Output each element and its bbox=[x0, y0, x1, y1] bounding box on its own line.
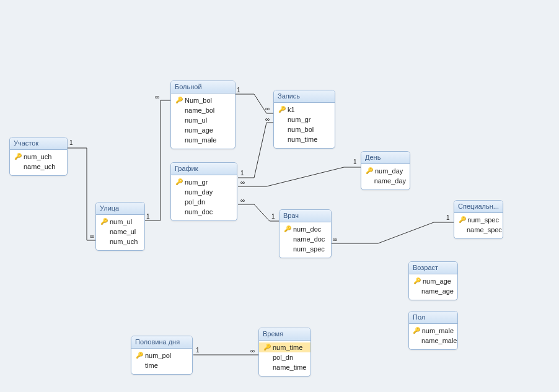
field-row[interactable]: 🔑num_day bbox=[361, 166, 410, 176]
table-special[interactable]: Специальн... 🔑num_spec 🔑name_spec bbox=[454, 200, 503, 239]
field-row[interactable]: 🔑pol_dn bbox=[171, 197, 237, 207]
field-row[interactable]: 🔑num_age bbox=[171, 125, 235, 135]
field-row[interactable]: 🔑num_uch bbox=[96, 237, 144, 246]
field-row[interactable]: 🔑num_doc bbox=[171, 207, 237, 217]
field-row[interactable]: 🔑Num_bol bbox=[171, 95, 235, 105]
field-row[interactable]: 🔑num_time bbox=[274, 134, 335, 144]
field-row[interactable]: 🔑num_day bbox=[171, 187, 237, 197]
field-name: num_spec bbox=[467, 216, 499, 224]
card-label: ∞ bbox=[333, 236, 337, 243]
table-vremya[interactable]: Время 🔑num_time 🔑pol_dn 🔑name_time bbox=[258, 328, 311, 377]
field-row[interactable]: 🔑num_ul bbox=[171, 115, 235, 125]
table-zapis[interactable]: Запись 🔑k1 🔑num_gr 🔑num_bol 🔑num_time bbox=[273, 90, 335, 149]
primary-key-icon: 🔑 bbox=[458, 216, 466, 224]
table-body: 🔑num_male 🔑name_male bbox=[409, 324, 457, 349]
field-name: num_bol bbox=[288, 125, 314, 134]
field-name: num_time bbox=[273, 343, 302, 352]
field-name: num_age bbox=[185, 126, 213, 134]
primary-key-icon: 🔑 bbox=[175, 178, 183, 186]
card-label: ∞ bbox=[250, 347, 255, 354]
primary-key-icon: 🔑 bbox=[14, 152, 22, 161]
field-row[interactable]: 🔑name_spec bbox=[454, 225, 503, 235]
field-row[interactable]: 🔑num_time bbox=[259, 342, 310, 352]
table-uchastok[interactable]: Участок 🔑num_uch 🔑name_uch bbox=[9, 137, 68, 176]
table-vrach[interactable]: Врач 🔑num_doc 🔑name_doc 🔑num_spec bbox=[279, 209, 332, 258]
field-row[interactable]: 🔑name_age bbox=[409, 286, 457, 296]
table-header: Запись bbox=[274, 90, 335, 103]
table-body: 🔑num_doc 🔑name_doc 🔑num_spec bbox=[280, 222, 331, 258]
table-header: Специальн... bbox=[454, 201, 503, 213]
field-name: num_gr bbox=[185, 178, 208, 186]
field-row[interactable]: 🔑num_gr bbox=[171, 177, 237, 187]
field-name: num_doc bbox=[293, 225, 321, 233]
field-row[interactable]: 🔑num_male bbox=[171, 135, 235, 145]
field-name: num_time bbox=[288, 135, 317, 144]
table-body: 🔑num_time 🔑pol_dn 🔑name_time bbox=[259, 341, 310, 376]
field-row[interactable]: 🔑num_bol bbox=[274, 124, 335, 134]
field-name: Num_bol bbox=[185, 96, 212, 105]
field-row[interactable]: 🔑k1 bbox=[274, 105, 335, 115]
card-label: ∞ bbox=[265, 105, 270, 112]
field-row[interactable]: 🔑num_uch bbox=[10, 152, 67, 162]
field-name: name_ul bbox=[110, 227, 136, 236]
field-name: num_uch bbox=[110, 237, 138, 246]
table-body: 🔑num_ul 🔑name_ul 🔑num_uch bbox=[96, 215, 144, 250]
field-row[interactable]: 🔑name_uch bbox=[10, 162, 67, 172]
table-bolnoy[interactable]: Больной 🔑Num_bol 🔑name_bol 🔑num_ul 🔑num_… bbox=[170, 81, 235, 149]
field-row[interactable]: 🔑time bbox=[131, 360, 192, 370]
table-pol[interactable]: Пол 🔑num_male 🔑name_male bbox=[408, 311, 458, 350]
card-label: 1 bbox=[446, 214, 450, 221]
table-body: 🔑num_pol 🔑time bbox=[131, 349, 192, 374]
table-body: 🔑Num_bol 🔑name_bol 🔑num_ul 🔑num_age 🔑num… bbox=[171, 94, 235, 149]
primary-key-icon: 🔑 bbox=[135, 351, 144, 360]
card-label: 1 bbox=[271, 213, 275, 220]
field-name: name_uch bbox=[24, 162, 55, 171]
table-body: 🔑num_age 🔑name_age bbox=[409, 274, 457, 300]
field-name: num_male bbox=[422, 326, 454, 335]
table-grafik[interactable]: График 🔑num_gr 🔑num_day 🔑pol_dn 🔑num_doc bbox=[170, 162, 237, 221]
field-name: num_spec bbox=[293, 245, 325, 253]
field-row[interactable]: 🔑num_male bbox=[409, 326, 457, 336]
field-row[interactable]: 🔑num_ul bbox=[96, 217, 144, 227]
field-name: name_day bbox=[374, 176, 406, 185]
field-row[interactable]: 🔑name_ul bbox=[96, 227, 144, 237]
field-name: name_doc bbox=[293, 235, 325, 243]
field-row[interactable]: 🔑pol_dn bbox=[259, 352, 310, 362]
field-row[interactable]: 🔑num_gr bbox=[274, 115, 335, 124]
field-row[interactable]: 🔑name_doc bbox=[280, 234, 331, 244]
field-name: num_doc bbox=[185, 207, 213, 216]
card-label: 1 bbox=[69, 139, 73, 146]
field-name: time bbox=[145, 361, 158, 370]
field-row[interactable]: 🔑num_spec bbox=[280, 244, 331, 254]
primary-key-icon: 🔑 bbox=[413, 277, 421, 285]
field-row[interactable]: 🔑name_day bbox=[361, 176, 410, 186]
field-name: num_pol bbox=[145, 351, 171, 360]
field-name: pol_dn bbox=[273, 353, 293, 362]
field-name: name_age bbox=[421, 287, 454, 295]
field-name: name_bol bbox=[185, 106, 214, 115]
field-name: name_spec bbox=[467, 225, 502, 234]
table-header: Возраст bbox=[409, 262, 457, 274]
table-body: 🔑num_gr 🔑num_day 🔑pol_dn 🔑num_doc bbox=[171, 175, 237, 220]
table-den[interactable]: День 🔑num_day 🔑name_day bbox=[361, 151, 410, 190]
field-name: name_time bbox=[273, 363, 306, 372]
card-label: 1 bbox=[237, 87, 240, 94]
table-ulica[interactable]: Улица 🔑num_ul 🔑name_ul 🔑num_uch bbox=[95, 202, 145, 251]
field-row[interactable]: 🔑num_doc bbox=[280, 224, 331, 234]
table-header: Время bbox=[259, 328, 310, 341]
field-row[interactable]: 🔑name_time bbox=[259, 362, 310, 372]
table-polovina[interactable]: Половина дня 🔑num_pol 🔑time bbox=[131, 336, 193, 375]
card-label: ∞ bbox=[240, 179, 245, 186]
table-header: График bbox=[171, 163, 237, 175]
field-row[interactable]: 🔑num_age bbox=[409, 276, 457, 286]
card-label: ∞ bbox=[240, 197, 245, 204]
field-row[interactable]: 🔑name_male bbox=[409, 336, 457, 346]
field-row[interactable]: 🔑num_pol bbox=[131, 351, 192, 360]
primary-key-icon: 🔑 bbox=[283, 225, 292, 233]
card-label: ∞ bbox=[265, 116, 270, 123]
card-label: 1 bbox=[196, 347, 200, 354]
card-label: 1 bbox=[240, 170, 244, 176]
field-row[interactable]: 🔑name_bol bbox=[171, 105, 235, 115]
table-vozrast[interactable]: Возраст 🔑num_age 🔑name_age bbox=[408, 261, 458, 300]
field-row[interactable]: 🔑num_spec bbox=[454, 215, 503, 225]
